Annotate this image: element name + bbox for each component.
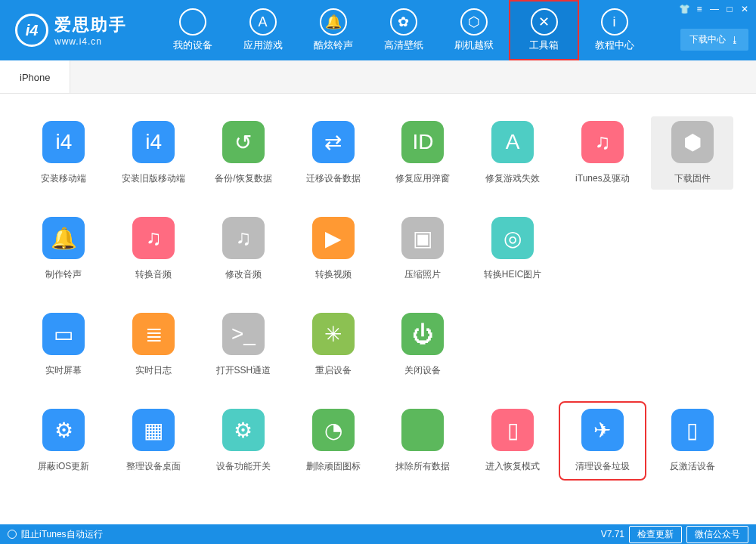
tab-bar: iPhone	[0, 60, 756, 94]
maximize-button[interactable]: □	[723, 3, 736, 15]
tool-0[interactable]: i4安装移动端	[23, 116, 105, 190]
tool-24[interactable]: ⚙屏蔽iOS更新	[23, 404, 105, 478]
tool-label: 转换HEIC图片	[484, 268, 542, 281]
tool-12[interactable]: ▣压缩照片	[382, 212, 464, 286]
nav-icon	[179, 8, 206, 36]
tool-label: 迁移设备数据	[306, 172, 361, 185]
nav-label: 高清壁纸	[384, 39, 423, 52]
nav-1[interactable]: A应用游戏	[228, 0, 298, 60]
tool-label: 修改音频	[225, 268, 262, 281]
tool-icon: ⚙	[42, 409, 85, 451]
tools-panel: i4安装移动端i4安装旧版移动端↺备份/恢复数据⇄迁移设备数据ID修复应用弹窗A…	[0, 94, 756, 524]
wechat-button[interactable]: 微信公众号	[686, 526, 748, 543]
tool-label: 设备功能开关	[216, 460, 271, 473]
tool-icon: ⇄	[312, 121, 355, 163]
tool-icon: ↺	[222, 121, 265, 163]
tool-icon	[401, 409, 444, 451]
tool-icon: i4	[132, 121, 175, 163]
tool-26[interactable]: ⚙设备功能开关	[203, 404, 285, 478]
tool-label: 清理设备垃圾	[575, 460, 630, 473]
tool-17[interactable]: ≣实时日志	[113, 308, 195, 382]
nav-5[interactable]: ✕工具箱	[509, 0, 579, 60]
status-indicator-icon	[8, 530, 17, 539]
tool-icon: ID	[401, 121, 444, 163]
tool-icon: ✈	[581, 409, 624, 451]
tool-11[interactable]: ▶转换视频	[292, 212, 374, 286]
nav-3[interactable]: ✿高清壁纸	[368, 0, 438, 60]
tool-label: 关闭设备	[404, 364, 441, 377]
block-itunes-toggle[interactable]: 阻止iTunes自动运行	[21, 528, 103, 541]
tool-30[interactable]: ✈清理设备垃圾	[562, 404, 644, 478]
tool-label: 打开SSH通道	[216, 364, 271, 377]
tool-icon: A	[491, 121, 534, 163]
tool-icon: ▣	[401, 217, 444, 259]
tool-icon: ▭	[42, 313, 85, 355]
tool-label: 实时屏幕	[45, 364, 82, 377]
tool-19[interactable]: ✳重启设备	[292, 308, 374, 382]
nav-6[interactable]: i教程中心	[579, 0, 649, 60]
tool-icon: ▯	[671, 409, 714, 451]
tool-5[interactable]: A修复游戏失效	[472, 116, 554, 190]
nav-0[interactable]: 我的设备	[157, 0, 228, 60]
tool-label: 安装旧版移动端	[122, 172, 185, 185]
tool-label: 进入恢复模式	[485, 460, 540, 473]
nav-icon: ✿	[390, 8, 417, 36]
tool-18[interactable]: >_ 打开SSH通道	[203, 308, 285, 382]
nav-label: 应用游戏	[243, 39, 283, 52]
tool-label: 修复应用弹窗	[395, 172, 450, 185]
tool-3[interactable]: ⇄迁移设备数据	[292, 116, 374, 190]
minimize-button[interactable]: —	[708, 3, 721, 15]
tab-iphone[interactable]: iPhone	[0, 60, 70, 93]
tool-icon: ⚙	[222, 409, 265, 451]
tool-20[interactable]: ⏻关闭设备	[382, 308, 464, 382]
logo-badge-icon: i4	[15, 14, 48, 47]
nav-label: 酷炫铃声	[314, 39, 353, 52]
nav-icon: 🔔	[320, 8, 347, 36]
window-controls: 👕 ≡ — □ ✕	[677, 3, 751, 15]
tool-10[interactable]: ♫修改音频	[203, 212, 285, 286]
tool-2[interactable]: ↺备份/恢复数据	[203, 116, 285, 190]
app-title: 爱思助手	[54, 14, 127, 36]
tool-label: 删除顽固图标	[306, 460, 361, 473]
tool-25[interactable]: ▦整理设备桌面	[113, 404, 195, 478]
nav-icon: ✕	[531, 8, 558, 36]
nav-icon: i	[601, 8, 628, 36]
check-update-button[interactable]: 检查更新	[629, 526, 682, 543]
version-label: V7.71	[601, 529, 624, 539]
skin-icon[interactable]: 👕	[677, 3, 691, 15]
tool-8[interactable]: 🔔制作铃声	[23, 212, 105, 286]
tool-6[interactable]: ♫iTunes及驱动	[562, 116, 644, 190]
tool-31[interactable]: ▯反激活设备	[651, 404, 733, 478]
tool-1[interactable]: i4安装旧版移动端	[113, 116, 195, 190]
download-center-button[interactable]: 下载中心 ⭳	[680, 29, 748, 51]
tool-9[interactable]: ♫转换音频	[113, 212, 195, 286]
nav-2[interactable]: 🔔酷炫铃声	[298, 0, 368, 60]
app-subtitle: www.i4.cn	[54, 36, 127, 47]
tool-icon: 🔔	[42, 217, 85, 259]
tool-icon: ⏻	[401, 313, 444, 355]
tool-29[interactable]: ▯进入恢复模式	[472, 404, 554, 478]
tool-label: 抹除所有数据	[395, 460, 450, 473]
tool-icon: ▯	[491, 409, 534, 451]
tool-icon: ⬢	[671, 121, 714, 163]
tool-label: 重启设备	[315, 364, 352, 377]
nav-label: 我的设备	[173, 39, 212, 52]
tool-4[interactable]: ID修复应用弹窗	[382, 116, 464, 190]
tool-16[interactable]: ▭实时屏幕	[23, 308, 105, 382]
tool-7[interactable]: ⬢下载固件	[651, 116, 733, 190]
menu-icon[interactable]: ≡	[692, 3, 706, 15]
nav-label: 教程中心	[595, 39, 634, 52]
tool-icon: ≣	[132, 313, 175, 355]
nav-label: 刷机越狱	[454, 39, 494, 52]
tool-28[interactable]: 抹除所有数据	[382, 404, 464, 478]
tool-27[interactable]: ◔删除顽固图标	[292, 404, 374, 478]
tool-label: 屏蔽iOS更新	[38, 460, 89, 473]
tool-label: 制作铃声	[45, 268, 82, 281]
tool-label: 安装移动端	[41, 172, 86, 185]
tool-13[interactable]: ◎转换HEIC图片	[472, 212, 554, 286]
tool-label: 整理设备桌面	[126, 460, 181, 473]
app-logo: i4 爱思助手 www.i4.cn	[15, 14, 127, 47]
tool-icon: ▶	[312, 217, 355, 259]
nav-4[interactable]: ⬡刷机越狱	[438, 0, 509, 60]
close-button[interactable]: ✕	[738, 3, 751, 15]
